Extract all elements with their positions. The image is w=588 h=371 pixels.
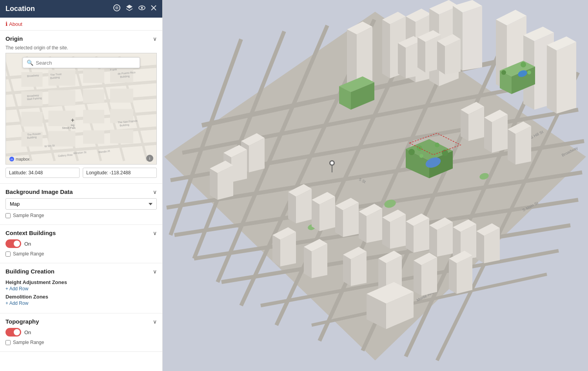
context-buildings-sample-range-label: Sample Range: [13, 251, 44, 257]
svg-marker-153: [508, 129, 515, 165]
svg-marker-76: [382, 20, 390, 78]
background-image-chevron-icon: ∨: [153, 189, 157, 195]
origin-section-title: Origin: [5, 35, 23, 42]
context-buildings-toggle-label: On: [24, 241, 31, 247]
building-creation-body: Height Adjustment Zones + Add Row Demoli…: [0, 279, 162, 313]
svg-marker-162: [335, 206, 343, 237]
about-link[interactable]: About: [5, 21, 157, 27]
svg-marker-156: [288, 192, 296, 223]
svg-point-123: [419, 154, 423, 158]
svg-marker-100: [437, 41, 445, 74]
svg-rect-24: [48, 90, 75, 105]
longitude-value: -118.2488: [109, 170, 131, 176]
demolition-zones-add-row-button[interactable]: + Add Row: [5, 300, 28, 306]
svg-marker-171: [406, 221, 414, 253]
svg-marker-189: [343, 255, 351, 286]
layers-icon[interactable]: [125, 4, 133, 14]
svg-marker-195: [414, 261, 421, 296]
longitude-label: Longitude:: [86, 170, 108, 176]
building-creation-title: Building Creation: [5, 268, 54, 275]
map-container[interactable]: Broadway The Trust Building de Puerto Ri…: [5, 53, 157, 165]
height-adjustment-title: Height Adjustment Zones: [5, 279, 157, 285]
context-buildings-sample-range-checkbox[interactable]: [5, 252, 11, 257]
context-buildings-header[interactable]: Context Buildings ∨: [0, 225, 162, 239]
svg-marker-144: [210, 168, 218, 200]
topography-sample-range-row: Sample Range: [5, 340, 157, 345]
topography-toggle-row: On: [5, 328, 157, 337]
background-image-section: Background Image Data ∨ Map Satellite No…: [0, 184, 162, 225]
origin-subtitle: The selected origin of the site.: [5, 45, 157, 51]
background-image-header[interactable]: Background Image Data ∨: [0, 184, 162, 198]
background-sample-range-label: Sample Range: [13, 213, 44, 218]
left-panel: Location: [0, 0, 163, 371]
svg-rect-26: [110, 89, 133, 102]
svg-marker-86: [463, 6, 482, 71]
context-buildings-toggle-row: On: [5, 239, 157, 248]
context-buildings-sample-range-row: Sample Range: [5, 251, 157, 257]
svg-rect-29: [83, 110, 104, 123]
topography-toggle-label: On: [24, 329, 31, 335]
header-icons: [113, 4, 157, 14]
right-panel-3d-view: Olive St S Hill St Broadway S Main St S …: [163, 0, 588, 371]
svg-marker-97: [417, 37, 425, 72]
topography-sample-range-checkbox[interactable]: [5, 340, 11, 345]
topography-toggle[interactable]: [5, 328, 21, 337]
latitude-value: 34.048: [28, 170, 43, 176]
svg-rect-33: [83, 130, 104, 144]
panel-header: Location: [0, 0, 162, 18]
close-icon[interactable]: [151, 5, 157, 13]
topography-header[interactable]: Topography ∨: [0, 313, 162, 328]
mapbox-label: mapbox: [16, 157, 30, 161]
svg-text:+: +: [71, 117, 74, 123]
map-search-input[interactable]: [36, 60, 136, 66]
background-image-dropdown[interactable]: Map Satellite None: [5, 198, 157, 210]
map-info-button[interactable]: i: [146, 155, 153, 162]
svg-marker-198: [449, 259, 457, 294]
svg-point-206: [330, 161, 334, 165]
map-svg: Broadway The Trust Building de Puerto Ri…: [6, 53, 156, 164]
demolition-zones-title: Demolition Zones: [5, 294, 157, 300]
svg-marker-165: [359, 212, 367, 243]
svg-rect-21: [83, 69, 104, 83]
origin-section-body: The selected origin of the site.: [0, 45, 162, 183]
latitude-label: Latitude:: [9, 170, 27, 176]
svg-marker-180: [476, 231, 484, 263]
height-adjustment-add-row-button[interactable]: + Add Row: [5, 286, 28, 291]
svg-text:m: m: [11, 158, 13, 161]
origin-chevron-icon: ∨: [153, 36, 157, 42]
origin-section-header[interactable]: Origin ∨: [0, 31, 162, 45]
svg-point-3: [141, 7, 143, 9]
context-buildings-body: On Sample Range: [0, 239, 162, 263]
latitude-box: Latitude: 34.048: [5, 168, 80, 178]
building-creation-header[interactable]: Building Creation ∨: [0, 263, 162, 278]
svg-marker-168: [382, 217, 390, 249]
svg-marker-174: [429, 225, 437, 257]
building-creation-chevron-icon: ∨: [153, 268, 157, 275]
svg-marker-106: [547, 45, 557, 114]
circle-icon[interactable]: [113, 4, 121, 14]
topography-section: Topography ∨ On Sample Range: [0, 313, 162, 352]
svg-marker-147: [461, 110, 468, 141]
mapbox-logo-icon: m: [9, 156, 15, 162]
context-buildings-title: Context Buildings: [5, 230, 56, 236]
longitude-box: Longitude: -118.2488: [83, 168, 157, 178]
svg-point-129: [521, 62, 526, 67]
background-sample-range-checkbox[interactable]: [5, 213, 11, 218]
svg-rect-27: [21, 112, 42, 126]
city-3d-svg: Olive St S Hill St Broadway S Main St S …: [163, 0, 588, 371]
svg-marker-150: [484, 118, 492, 153]
panel-title: Location: [5, 5, 35, 13]
svg-marker-94: [398, 43, 406, 78]
eye-icon[interactable]: [138, 4, 146, 14]
map-attribution: m mapbox: [9, 156, 30, 162]
svg-point-119: [408, 149, 415, 155]
svg-rect-25: [83, 89, 104, 103]
context-buildings-section: Context Buildings ∨ On Sample Range: [0, 225, 162, 263]
svg-rect-34: [110, 130, 133, 143]
coordinates-row: Latitude: 34.048 Longitude: -118.2488: [5, 168, 157, 178]
context-buildings-toggle[interactable]: [5, 239, 21, 248]
topography-title: Topography: [5, 318, 39, 325]
building-creation-section: Building Creation ∨ Height Adjustment Zo…: [0, 263, 162, 313]
svg-marker-107: [557, 42, 576, 114]
map-search-icon: 🔍: [27, 60, 33, 66]
